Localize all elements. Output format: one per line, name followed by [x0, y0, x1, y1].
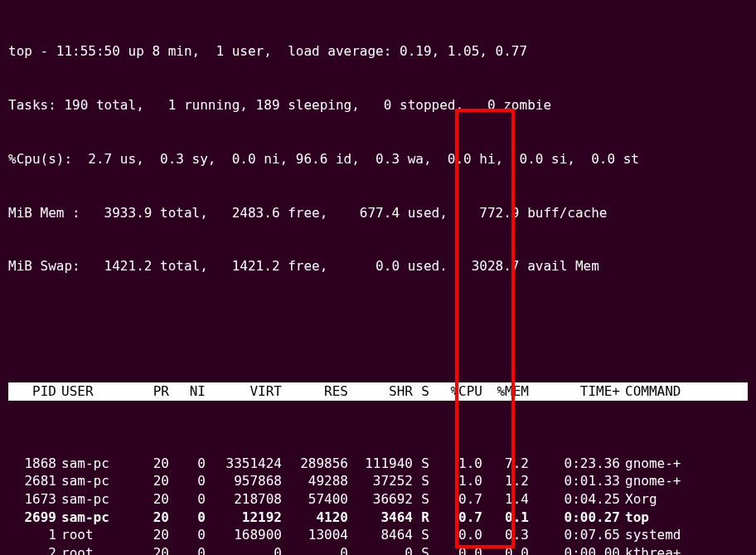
cell-command: top — [620, 509, 724, 527]
cell-state: S — [413, 544, 429, 555]
col-mem[interactable]: %MEM — [482, 382, 529, 401]
cell-cpu: 0.7 — [429, 490, 482, 509]
cell-shr: 8464 — [348, 526, 413, 544]
cell-state: S — [413, 526, 429, 544]
col-res[interactable]: RES — [282, 382, 348, 401]
cell-command: gnome-+ — [620, 472, 724, 490]
cell-ni: 0 — [169, 490, 206, 509]
cell-shr: 37252 — [348, 472, 413, 490]
cell-res: 4120 — [282, 509, 348, 527]
process-row[interactable]: 2root200000S0.00.00:00.00kthrea+ — [8, 544, 748, 555]
cell-pr: 20 — [128, 526, 169, 544]
cell-ni: 0 — [169, 472, 206, 490]
process-table-body: 1868sam-pc2003351424289856111940S1.07.20… — [8, 455, 748, 555]
cell-pr: 20 — [128, 509, 169, 527]
cell-time: 0:00.27 — [529, 509, 620, 527]
cell-user: sam-pc — [56, 455, 128, 473]
cell-time: 0:00.00 — [529, 544, 620, 555]
cell-res: 289856 — [282, 455, 348, 473]
cell-virt: 12192 — [206, 509, 282, 527]
cell-cpu: 0.0 — [429, 544, 482, 555]
cell-virt: 218708 — [206, 490, 282, 509]
cell-cpu: 1.0 — [429, 472, 482, 490]
col-user[interactable]: USER — [56, 382, 128, 401]
cell-mem: 0.3 — [482, 526, 529, 544]
cell-mem: 0.1 — [482, 509, 529, 527]
cell-user: sam-pc — [56, 490, 128, 509]
summary-tasks: Tasks: 190 total, 1 running, 189 sleepin… — [8, 96, 748, 114]
cell-pid: 1868 — [8, 455, 56, 473]
cell-time: 0:23.36 — [529, 455, 620, 473]
summary-mem: MiB Mem : 3933.9 total, 2483.6 free, 677… — [8, 204, 748, 222]
cell-time: 0:01.33 — [529, 472, 620, 490]
cell-mem: 1.2 — [482, 472, 529, 490]
cell-shr: 3464 — [348, 509, 413, 527]
cell-res: 13004 — [282, 526, 348, 544]
col-pid[interactable]: PID — [8, 382, 56, 401]
cell-pid: 2 — [8, 544, 56, 555]
process-row[interactable]: 1868sam-pc2003351424289856111940S1.07.20… — [8, 455, 748, 473]
cell-ni: 0 — [169, 526, 206, 544]
cell-time: 0:07.65 — [529, 526, 620, 544]
col-shr[interactable]: SHR — [348, 382, 413, 401]
cell-res: 49288 — [282, 472, 348, 490]
cell-virt: 957868 — [206, 472, 282, 490]
cell-pid: 1673 — [8, 490, 56, 509]
cell-command: kthrea+ — [620, 544, 724, 555]
cell-virt: 3351424 — [206, 455, 282, 473]
process-row[interactable]: 1root200168900130048464S0.00.30:07.65sys… — [8, 526, 748, 544]
col-cpu[interactable]: %CPU — [429, 382, 482, 401]
process-row[interactable]: 2699sam-pc2001219241203464R0.70.10:00.27… — [8, 509, 748, 527]
cell-pid: 2681 — [8, 472, 56, 490]
cell-state: S — [413, 472, 429, 490]
process-table-header[interactable]: PID USER PR NI VIRT RES SHR S %CPU %MEM … — [8, 382, 748, 401]
summary-swap: MiB Swap: 1421.2 total, 1421.2 free, 0.0… — [8, 257, 748, 275]
cell-user: root — [56, 526, 128, 544]
summary-cpu: %Cpu(s): 2.7 us, 0.3 sy, 0.0 ni, 96.6 id… — [8, 150, 748, 168]
col-virt[interactable]: VIRT — [206, 382, 282, 401]
col-pr[interactable]: PR — [128, 382, 169, 401]
process-row[interactable]: 2681sam-pc2009578684928837252S1.01.20:01… — [8, 472, 748, 490]
cell-shr: 0 — [348, 544, 413, 555]
col-ni[interactable]: NI — [169, 382, 206, 401]
cell-cpu: 0.0 — [429, 526, 482, 544]
col-command[interactable]: COMMAND — [620, 382, 724, 401]
cell-user: root — [56, 544, 128, 555]
col-time[interactable]: TIME+ — [529, 382, 620, 401]
cell-command: systemd — [620, 526, 724, 544]
cell-command: gnome-+ — [620, 455, 724, 473]
cell-pid: 1 — [8, 526, 56, 544]
cell-virt: 0 — [206, 544, 282, 555]
cell-shr: 36692 — [348, 490, 413, 509]
cell-state: S — [413, 490, 429, 509]
cell-state: S — [413, 455, 429, 473]
summary-blank — [8, 311, 748, 329]
cell-pr: 20 — [128, 455, 169, 473]
cell-time: 0:04.25 — [529, 490, 620, 509]
summary-uptime: top - 11:55:50 up 8 min, 1 user, load av… — [8, 42, 748, 61]
cell-mem: 0.0 — [482, 544, 529, 555]
cell-mem: 7.2 — [482, 455, 529, 473]
cell-user: sam-pc — [56, 509, 128, 527]
cell-pr: 20 — [128, 544, 169, 555]
terminal-top-output: top - 11:55:50 up 8 min, 1 user, load av… — [0, 0, 756, 555]
cell-user: sam-pc — [56, 472, 128, 490]
cell-shr: 111940 — [348, 455, 413, 473]
col-state[interactable]: S — [413, 382, 429, 401]
cell-cpu: 1.0 — [429, 455, 482, 473]
cell-command: Xorg — [620, 490, 724, 509]
cell-pr: 20 — [128, 472, 169, 490]
cell-virt: 168900 — [206, 526, 282, 544]
cell-ni: 0 — [169, 509, 206, 527]
cell-pid: 2699 — [8, 509, 56, 527]
cell-pr: 20 — [128, 490, 169, 509]
cell-cpu: 0.7 — [429, 509, 482, 527]
cell-res: 57400 — [282, 490, 348, 509]
cell-mem: 1.4 — [482, 490, 529, 509]
cell-ni: 0 — [169, 544, 206, 555]
cell-ni: 0 — [169, 455, 206, 473]
process-row[interactable]: 1673sam-pc2002187085740036692S0.71.40:04… — [8, 490, 748, 509]
cell-state: R — [413, 509, 429, 527]
cell-res: 0 — [282, 544, 348, 555]
